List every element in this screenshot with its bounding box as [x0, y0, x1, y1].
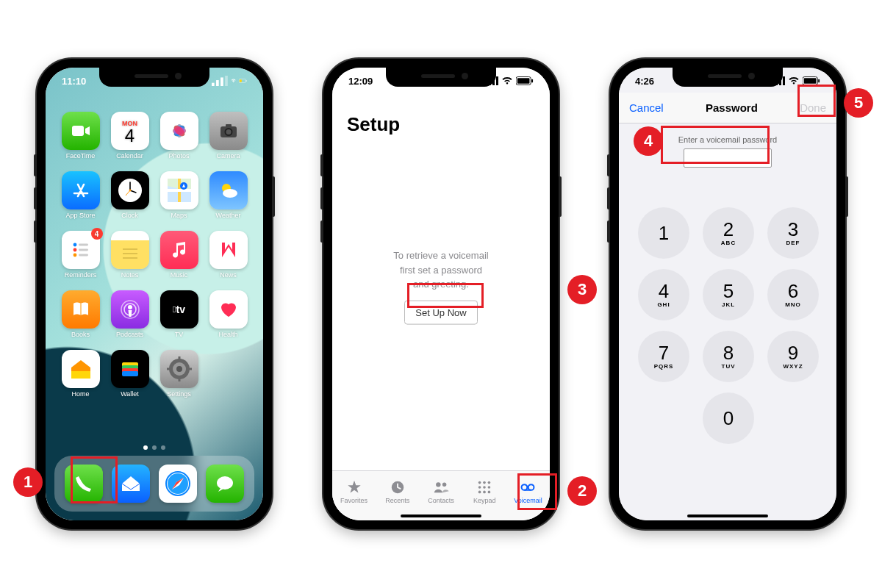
svg-point-68 [478, 481, 481, 484]
svg-rect-85 [804, 78, 817, 83]
svg-point-76 [488, 490, 491, 493]
tab-keypad[interactable]: Keypad [463, 471, 506, 512]
app-books[interactable]: Books [59, 290, 102, 338]
svg-rect-1 [216, 80, 219, 86]
app-maps[interactable]: Maps [157, 171, 201, 219]
svg-point-72 [483, 486, 486, 489]
svg-point-74 [478, 490, 481, 493]
key-4[interactable]: 4GHI [638, 269, 689, 320]
svg-point-19 [226, 129, 231, 135]
key-8[interactable]: 8TUV [703, 331, 754, 382]
phone-1-screen: 11:10 FaceTime MON4Calendar Photos Camer… [46, 68, 263, 520]
app-wallet[interactable]: Wallet [108, 350, 151, 398]
key-1[interactable]: 1 [638, 207, 689, 259]
phone-2-frame: 12:09 Setup To retrieve a voicemail firs… [323, 59, 559, 529]
app-label: Maps [171, 212, 187, 219]
app-home[interactable]: Home [59, 350, 102, 398]
svg-rect-0 [212, 82, 215, 86]
callout-1: 1 [13, 467, 43, 497]
app-label: Home [71, 390, 89, 398]
dock-mail[interactable] [112, 465, 150, 503]
callout-3: 3 [567, 275, 597, 304]
app-facetime[interactable]: FaceTime [59, 112, 102, 159]
cancel-button[interactable]: Cancel [629, 101, 664, 114]
wifi-icon [788, 76, 800, 85]
app-reminders[interactable]: 4Reminders [59, 231, 102, 279]
svg-rect-86 [818, 79, 820, 83]
svg-rect-52 [167, 368, 171, 370]
app-tv[interactable]: tvTV [157, 290, 201, 338]
svg-rect-7 [72, 126, 84, 136]
svg-point-33 [73, 254, 76, 257]
key-2[interactable]: 2ABC [703, 207, 754, 259]
svg-rect-53 [187, 368, 192, 370]
weather-icon [209, 171, 248, 209]
app-photos[interactable]: Photos [157, 112, 201, 159]
notch [386, 68, 496, 87]
key-3[interactable]: 3DEF [767, 207, 819, 259]
app-label: News [220, 271, 237, 279]
key-9[interactable]: 9WXYZ [767, 331, 819, 382]
app-news[interactable]: News [207, 231, 250, 279]
dock-phone[interactable] [65, 465, 103, 503]
app-music[interactable]: Music [157, 231, 201, 279]
svg-point-77 [522, 484, 528, 490]
navbar-title: Password [706, 101, 758, 114]
dock-safari[interactable] [159, 465, 197, 503]
svg-rect-30 [79, 244, 88, 246]
app-calendar[interactable]: MON4Calendar [108, 112, 151, 159]
setup-message-line: first set a password [362, 262, 520, 277]
svg-rect-2 [220, 77, 223, 86]
app-appstore[interactable]: App Store [59, 171, 102, 219]
reminders-icon: 4 [62, 231, 100, 269]
svg-rect-32 [79, 249, 88, 251]
app-label: TV [175, 331, 184, 338]
key-5[interactable]: 5JKL [703, 269, 754, 320]
svg-rect-61 [496, 76, 498, 85]
podcasts-icon [111, 290, 149, 329]
tab-contacts[interactable]: Contacts [419, 471, 462, 512]
done-button[interactable]: Done [800, 101, 826, 114]
phone-2-screen: 12:09 Setup To retrieve a voicemail firs… [332, 68, 550, 520]
app-clock[interactable]: Clock [108, 171, 151, 219]
app-label: Camera [216, 152, 240, 159]
tab-voicemail[interactable]: Voicemail [506, 471, 550, 512]
app-label: FaceTime [66, 152, 96, 159]
app-label: Music [171, 271, 188, 279]
key-7[interactable]: 7PQRS [638, 331, 689, 382]
home-indicator[interactable] [687, 514, 768, 517]
password-field[interactable] [684, 148, 772, 168]
key-6[interactable]: 6MNO [767, 269, 819, 320]
battery-icon [803, 76, 820, 85]
page-indicator[interactable] [46, 445, 263, 450]
app-weather[interactable]: Weather [207, 171, 250, 219]
app-camera[interactable]: Camera [207, 112, 250, 159]
setup-message-line: and greeting. [362, 277, 520, 292]
app-label: Weather [216, 212, 241, 219]
tab-recents[interactable]: Recents [376, 471, 419, 512]
facetime-icon [62, 112, 100, 150]
app-notes[interactable]: Notes [108, 231, 151, 279]
wifi-icon [501, 76, 513, 85]
app-settings[interactable]: Settings [157, 350, 201, 398]
news-icon [209, 231, 248, 269]
battery-icon [516, 76, 534, 85]
notch [99, 68, 209, 87]
setup-now-button[interactable]: Set Up Now [404, 300, 477, 325]
app-health[interactable]: Health [207, 290, 250, 338]
tv-icon: tv [160, 290, 198, 329]
tab-favorites[interactable]: Favorites [332, 471, 376, 512]
app-label: Reminders [65, 271, 97, 279]
key-empty [638, 392, 689, 444]
phone-1-frame: 11:10 FaceTime MON4Calendar Photos Camer… [37, 59, 272, 529]
wifi-icon [231, 76, 236, 85]
key-0[interactable]: 0 [703, 392, 754, 444]
svg-rect-63 [517, 78, 530, 83]
home-indicator[interactable] [401, 514, 481, 517]
app-label: Books [71, 331, 90, 338]
app-label: Settings [167, 390, 191, 398]
app-podcasts[interactable]: Podcasts [108, 290, 151, 338]
dock-messages[interactable] [206, 465, 244, 503]
callout-2: 2 [567, 476, 597, 506]
svg-rect-50 [178, 356, 180, 361]
